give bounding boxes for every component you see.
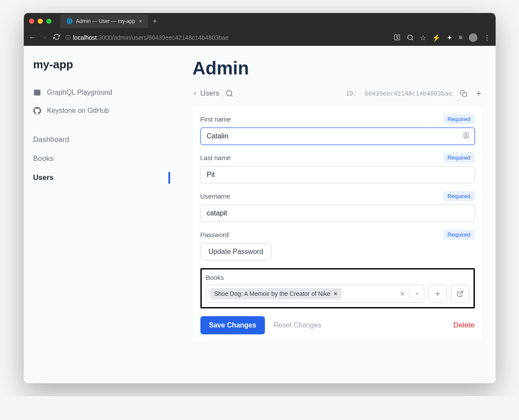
- svg-point-0: [408, 35, 413, 40]
- terminal-icon: [33, 89, 41, 96]
- tab-title: Admin — User — my-app: [76, 18, 135, 24]
- save-button[interactable]: Save Changes: [200, 316, 265, 334]
- app-content: my-app GraphQL Playground Keystone on Gi…: [24, 46, 496, 383]
- divider: [409, 289, 410, 298]
- external-link-icon: [457, 290, 464, 297]
- open-book-button[interactable]: [451, 285, 469, 303]
- breadcrumb-label: Users: [200, 89, 219, 98]
- extension-icon-1[interactable]: ⚡: [432, 34, 441, 42]
- copy-id-button[interactable]: [460, 90, 467, 97]
- field-last-name: Last name Required: [200, 153, 475, 183]
- books-label: Books: [206, 274, 469, 281]
- globe-icon: 🌐: [66, 18, 73, 24]
- ext-link-label: GraphQL Playground: [47, 89, 113, 96]
- zoom-icon[interactable]: [407, 34, 414, 41]
- add-button[interactable]: [475, 90, 483, 97]
- form-card: First name Required Last name Required: [193, 106, 483, 342]
- books-select[interactable]: Shoe Dog: A Memoir by the Creator of Nik…: [206, 285, 424, 303]
- last-name-input[interactable]: [200, 166, 475, 183]
- id-label: ID:: [346, 90, 357, 97]
- ext-link-label: Keystone on GitHub: [47, 107, 109, 115]
- update-password-button[interactable]: Update Password: [200, 243, 271, 260]
- id-value: 60439eec42148c14b4803bae: [364, 90, 452, 97]
- close-tab-button[interactable]: ×: [139, 18, 142, 25]
- username-label: Username: [200, 192, 230, 200]
- url-host: localhost: [73, 34, 97, 41]
- username-input[interactable]: [200, 205, 475, 222]
- field-first-name: First name Required: [200, 114, 475, 145]
- reload-button[interactable]: [53, 33, 60, 42]
- new-tab-button[interactable]: +: [152, 17, 157, 26]
- clear-select-button[interactable]: ✕: [400, 290, 405, 298]
- profile-avatar[interactable]: [469, 33, 477, 42]
- github-icon: [33, 107, 41, 115]
- required-badge: Required: [443, 114, 475, 124]
- last-name-label: Last name: [200, 154, 231, 161]
- address-bar[interactable]: ⓘ localhost:3000/admin/users/60439eec421…: [65, 34, 389, 42]
- svg-rect-5: [463, 93, 467, 96]
- svg-line-1: [412, 39, 413, 40]
- contact-icon: [463, 132, 470, 141]
- svg-point-3: [226, 90, 232, 96]
- main: Admin Users ID: 60439eec42148c14b4803bae: [180, 46, 496, 383]
- required-badge: Required: [443, 191, 475, 201]
- nav-item-users[interactable]: Users: [33, 168, 170, 187]
- minimize-window-button[interactable]: [38, 19, 43, 24]
- graphql-playground-link[interactable]: GraphQL Playground: [33, 83, 170, 102]
- field-password: Password Required Update Password: [200, 230, 475, 260]
- app-title: my-app: [33, 58, 170, 71]
- menu-icon[interactable]: ⋮: [484, 34, 490, 42]
- field-username: Username Required: [200, 191, 475, 222]
- search-icon[interactable]: [226, 90, 233, 97]
- close-window-button[interactable]: [29, 19, 34, 24]
- url-bar: ← → ⓘ localhost:3000/admin/users/60439ee…: [24, 29, 496, 46]
- url-path: :3000/admin/users/60439eec42148c14b4803b…: [97, 34, 229, 41]
- form-actions: Save Changes Reset Changes Delete: [200, 316, 475, 334]
- chevron-down-icon[interactable]: [414, 291, 420, 297]
- first-name-input[interactable]: [200, 128, 475, 145]
- key-icon[interactable]: ⚿: [394, 34, 401, 42]
- password-label: Password: [200, 231, 229, 238]
- back-button[interactable]: ←: [29, 34, 36, 42]
- svg-rect-2: [34, 90, 40, 95]
- star-icon[interactable]: ☆: [420, 34, 426, 42]
- browser-tab[interactable]: 🌐 Admin — User — my-app ×: [60, 14, 148, 28]
- forward-button[interactable]: →: [41, 34, 48, 42]
- reset-button[interactable]: Reset Changes: [274, 321, 321, 329]
- chip-label: Shoe Dog: A Memoir by the Creator of Nik…: [214, 290, 330, 297]
- required-badge: Required: [443, 153, 475, 163]
- svg-point-9: [465, 134, 467, 136]
- sidebar: my-app GraphQL Playground Keystone on Gi…: [24, 46, 180, 383]
- breadcrumb-row: Users ID: 60439eec42148c14b4803bae: [193, 89, 483, 98]
- svg-line-12: [459, 291, 462, 294]
- delete-button[interactable]: Delete: [453, 321, 474, 330]
- back-to-users-link[interactable]: Users: [193, 89, 219, 98]
- nav-item-books[interactable]: Books: [33, 149, 170, 168]
- add-book-button[interactable]: [429, 285, 447, 303]
- nav-list: Dashboard Books Users: [33, 130, 170, 187]
- svg-line-4: [231, 95, 232, 96]
- field-books: Books Shoe Dog: A Memoir by the Creator …: [200, 268, 475, 308]
- traffic-lights: [29, 19, 52, 24]
- plus-icon: [434, 290, 441, 297]
- nav-item-dashboard[interactable]: Dashboard: [33, 130, 170, 149]
- first-name-label: First name: [200, 115, 231, 123]
- page-heading: Admin: [193, 58, 483, 79]
- keystone-github-link[interactable]: Keystone on GitHub: [33, 102, 170, 120]
- titlebar: 🌐 Admin — User — my-app × +: [24, 13, 496, 29]
- maximize-window-button[interactable]: [46, 19, 52, 24]
- extensions-icon[interactable]: ✦: [447, 34, 452, 42]
- browser-window: 🌐 Admin — User — my-app × + ← → ⓘ localh…: [24, 13, 496, 383]
- info-icon: ⓘ: [65, 34, 71, 42]
- required-badge: Required: [443, 230, 475, 240]
- remove-chip-button[interactable]: ×: [334, 290, 337, 297]
- chevron-left-icon: [193, 90, 197, 96]
- book-chip: Shoe Dog: A Memoir by the Creator of Nik…: [210, 288, 342, 299]
- reading-list-icon[interactable]: ≡: [458, 34, 462, 42]
- browser-toolbar-icons: ⚿ ☆ ⚡ ✦ ≡ ⋮: [394, 33, 490, 42]
